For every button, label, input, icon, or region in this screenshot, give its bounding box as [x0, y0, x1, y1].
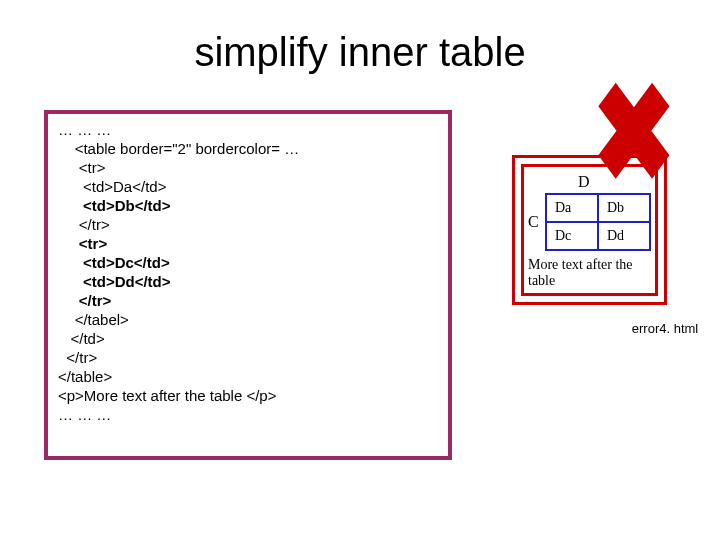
preview-row: C Da Db Dc Dd	[528, 193, 651, 251]
cell-dd: Dd	[598, 222, 650, 250]
code-line: </tr>	[58, 216, 110, 233]
code-line: </td>	[58, 330, 105, 347]
code-line: </table>	[58, 368, 112, 385]
cell-da: Da	[546, 194, 598, 222]
code-line: … … …	[58, 406, 111, 423]
cell-db: Db	[598, 194, 650, 222]
code-block: … … … <table border="2" bordercolor= … <…	[44, 110, 452, 460]
preview-inner-table: Da Db Dc Dd	[545, 193, 651, 251]
code-line-bold: <td>Db</td>	[58, 197, 171, 214]
code-line: <td>Da</td>	[58, 178, 166, 195]
preview-caption: More text after the table	[528, 257, 651, 289]
slide-title: simplify inner table	[0, 30, 720, 75]
code-line-bold: </tr>	[58, 292, 111, 309]
render-preview: D C Da Db Dc Dd More text after the tabl…	[512, 155, 667, 305]
code-line: </tr>	[58, 349, 97, 366]
preview-label-d: D	[578, 173, 651, 191]
code-line: <p>More text after the table </p>	[58, 387, 276, 404]
code-line-bold: <tr>	[58, 235, 107, 252]
code-line: <table border="2" bordercolor= …	[58, 140, 299, 157]
code-line-bold: <td>Dc</td>	[58, 254, 170, 271]
cell-dc: Dc	[546, 222, 598, 250]
preview-label-c: C	[528, 213, 541, 231]
table-row: Da Db	[546, 194, 650, 222]
code-line: </tabel>	[58, 311, 129, 328]
code-line: … … …	[58, 121, 111, 138]
render-preview-inner: D C Da Db Dc Dd More text after the tabl…	[521, 164, 658, 296]
filename-label: error4. html	[625, 322, 705, 336]
table-row: Dc Dd	[546, 222, 650, 250]
code-line: <tr>	[58, 159, 106, 176]
code-line-bold: <td>Dd</td>	[58, 273, 171, 290]
